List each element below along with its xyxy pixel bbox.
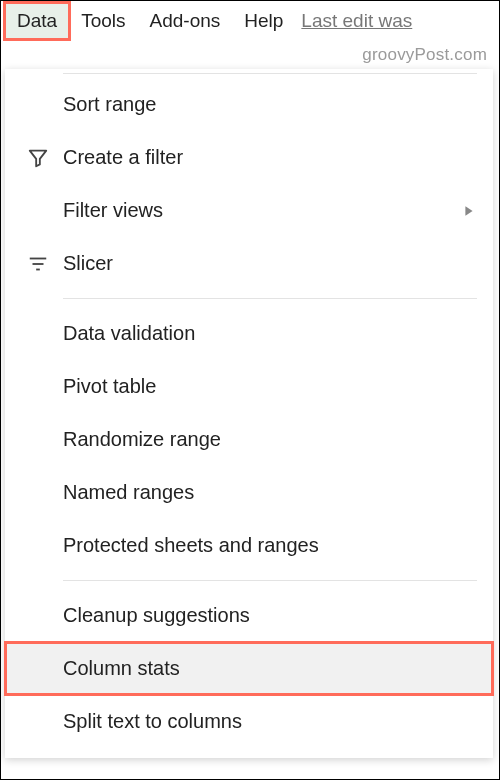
divider [63, 298, 477, 299]
menu-data[interactable]: Data [5, 3, 69, 39]
menu-item-column-stats[interactable]: Column stats [5, 642, 493, 695]
menu-item-randomize-range[interactable]: Randomize range [5, 413, 493, 466]
last-edit-status[interactable]: Last edit was [295, 3, 418, 39]
menu-item-filter-views[interactable]: Filter views [5, 184, 493, 237]
filter-icon [13, 147, 63, 169]
menu-item-pivot-table[interactable]: Pivot table [5, 360, 493, 413]
menu-item-label: Named ranges [63, 481, 475, 504]
watermark: groovyPost.com [362, 45, 487, 65]
divider [63, 580, 477, 581]
menu-item-split-text[interactable]: Split text to columns [5, 695, 493, 748]
menu-help[interactable]: Help [232, 3, 295, 39]
menu-item-label: Protected sheets and ranges [63, 534, 475, 557]
menu-item-named-ranges[interactable]: Named ranges [5, 466, 493, 519]
menu-item-label: Create a filter [63, 146, 475, 169]
menu-item-label: Slicer [63, 252, 475, 275]
menu-item-cleanup-suggestions[interactable]: Cleanup suggestions [5, 589, 493, 642]
menu-item-label: Cleanup suggestions [63, 604, 475, 627]
menu-item-data-validation[interactable]: Data validation [5, 307, 493, 360]
menu-item-label: Randomize range [63, 428, 475, 451]
menu-tools[interactable]: Tools [69, 3, 137, 39]
menu-item-label: Sort range [63, 93, 475, 116]
menu-item-label: Data validation [63, 322, 475, 345]
divider [63, 73, 477, 74]
menu-item-label: Pivot table [63, 375, 475, 398]
menu-item-label: Column stats [63, 657, 475, 680]
menu-item-create-filter[interactable]: Create a filter [5, 131, 493, 184]
menu-item-protected-sheets[interactable]: Protected sheets and ranges [5, 519, 493, 572]
menubar: Data Tools Add-ons Help Last edit was [1, 1, 499, 41]
menu-addons[interactable]: Add-ons [138, 3, 233, 39]
slicer-icon [13, 253, 63, 275]
menu-item-label: Filter views [63, 199, 463, 222]
menu-item-sort-range[interactable]: Sort range [5, 78, 493, 131]
chevron-right-icon [463, 205, 475, 217]
menu-item-slicer[interactable]: Slicer [5, 237, 493, 290]
menu-item-label: Split text to columns [63, 710, 475, 733]
data-menu-dropdown: Sort range Create a filter Filter views … [5, 69, 493, 758]
